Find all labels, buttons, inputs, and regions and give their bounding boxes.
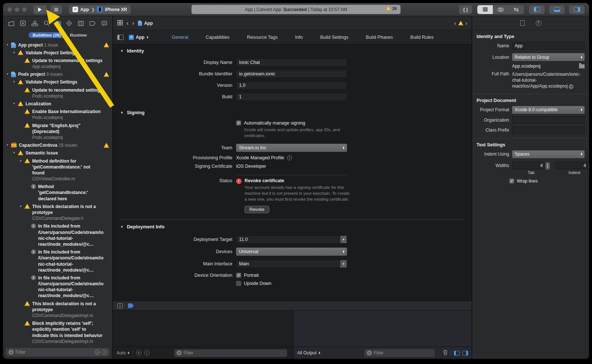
main-interface-combo[interactable]: Main▼	[236, 260, 347, 268]
disclosure-triangle[interactable]: ▼	[6, 71, 11, 76]
show-variables-view-icon[interactable]	[454, 351, 460, 356]
variables-filter-input[interactable]	[184, 350, 285, 356]
tab-build-settings[interactable]: Build Settings	[320, 35, 348, 40]
issue-row[interactable]: !In file included from /Users/parsons/Co…	[3, 274, 112, 300]
symbol-navigator-icon[interactable]	[31, 21, 38, 26]
toggle-navigator-button[interactable]	[529, 5, 545, 14]
issue-row[interactable]: ▼CapacitorCordova 16 issues!	[3, 142, 112, 149]
indent-using-popup[interactable]: Spaces▲▼	[512, 150, 585, 158]
devices-popup[interactable]: Universal▲▼	[236, 248, 347, 256]
disclosure-triangle[interactable]: ▼	[120, 49, 124, 53]
disclosure-triangle[interactable]: ▼	[19, 158, 24, 163]
disclosure-triangle[interactable]: ▼	[13, 150, 18, 154]
file-inspector-icon[interactable]	[520, 20, 525, 26]
version-editor-button[interactable]: ⇆	[508, 5, 524, 14]
clear-console-icon[interactable]	[443, 350, 448, 356]
scheme-selector[interactable]: ✕ App ❯ iPhone XR	[69, 5, 131, 14]
toggle-inspector-button[interactable]	[569, 5, 585, 14]
issue-row[interactable]: !Block implicitly retains 'self'; explic…	[3, 320, 112, 346]
issue-row[interactable]: ▼!Validate Project Settings	[3, 78, 112, 86]
stepper-icon[interactable]: ▲▼	[589, 162, 589, 170]
reveal-arrow-icon[interactable]: ➜	[569, 84, 574, 89]
forward-button[interactable]: ›	[132, 20, 134, 27]
test-navigator-icon[interactable]	[66, 20, 72, 26]
issue-row[interactable]: ▼!Localization	[3, 100, 112, 108]
debug-area-toggle-icon[interactable]: ▼	[117, 303, 123, 308]
standard-editor-button[interactable]	[477, 5, 493, 14]
next-issue-button[interactable]: ›	[465, 20, 467, 26]
issue-row[interactable]: !Update to recommended settingsApp.xcode…	[3, 57, 112, 70]
project-sidebar-toggle-icon[interactable]	[117, 35, 124, 40]
tab-general[interactable]: General	[172, 35, 188, 40]
breadcrumb[interactable]: App	[138, 21, 153, 26]
stop-button[interactable]	[50, 5, 62, 14]
issue-row[interactable]: ▼!Validate Project Settings	[3, 49, 112, 57]
minimize-window-button[interactable]	[15, 7, 19, 12]
deployment-target-combo[interactable]: 11.0▼	[236, 235, 347, 244]
issue-row[interactable]: ▼App project 1 issue!	[3, 41, 112, 49]
tab-capabilities[interactable]: Capabilities	[206, 35, 230, 40]
issue-row[interactable]: ▼Pods project 3 issues!	[3, 71, 112, 78]
navigator-filter-field[interactable]: ▼ ◷ !	[6, 348, 110, 356]
toggle-debug-area-button[interactable]	[549, 5, 565, 14]
revoke-button[interactable]: Revoke	[245, 206, 269, 213]
disclosure-triangle[interactable]: ▼	[6, 142, 11, 147]
section-deployment-info[interactable]: ▼Deployment Info	[120, 224, 464, 229]
disclosure-triangle[interactable]: ▼	[6, 42, 11, 47]
disclosure-triangle[interactable]: ▼	[120, 111, 124, 115]
disclosure-triangle[interactable]: ▼	[13, 79, 18, 84]
issue-row[interactable]: ▼!This block declaration is not a protot…	[3, 203, 112, 222]
auto-signing-checkbox[interactable]: ✓	[236, 120, 241, 126]
tab-info[interactable]: Info	[295, 35, 303, 40]
related-items-icon[interactable]	[117, 20, 123, 27]
tab-build-phases[interactable]: Build Phases	[366, 35, 393, 40]
code-snippet-button[interactable]: { }	[459, 5, 472, 14]
version-field[interactable]: 1.0	[236, 81, 347, 89]
folder-icon[interactable]	[579, 64, 585, 68]
run-button[interactable]	[33, 5, 47, 14]
issue-row[interactable]: !Method 'getCommandInstance:' declared h…	[3, 183, 112, 203]
breakpoints-toggle-icon[interactable]	[128, 303, 134, 308]
previous-issue-button[interactable]: ‹	[454, 20, 456, 26]
show-console-icon[interactable]	[462, 351, 468, 356]
errors-only-icon[interactable]: !	[102, 350, 107, 355]
variables-scope-popup[interactable]: Auto▲▼	[117, 350, 130, 356]
bundle-identifier-field[interactable]: io.getstream.ionic	[236, 70, 347, 78]
disclosure-triangle[interactable]: ▼	[120, 225, 124, 229]
info-icon[interactable]: i	[144, 350, 149, 356]
tab-buildtime[interactable]: Buildtime (26)	[28, 32, 65, 38]
find-navigator-icon[interactable]	[44, 20, 50, 26]
location-popup[interactable]: Relative to Group▲▼	[512, 53, 585, 61]
section-identity[interactable]: ▼Identity	[120, 48, 464, 54]
issue-row[interactable]: !Update to recommended settingsPods.xcod…	[3, 86, 112, 100]
issue-row[interactable]: !In file included from /Users/parsons/Co…	[3, 248, 112, 274]
report-navigator-icon[interactable]	[101, 21, 107, 26]
tab-resource-tags[interactable]: Resource Tags	[247, 35, 278, 40]
issue-navigator-icon-selected[interactable]	[55, 21, 61, 26]
issue-row[interactable]: ▼!Method definition for 'getCommandInsta…	[3, 157, 112, 183]
upside-down-checkbox[interactable]	[236, 281, 241, 286]
issue-row[interactable]: ▼!Semantic Issue	[3, 149, 112, 157]
help-inspector-icon[interactable]: ?	[536, 20, 541, 26]
project-navigator-icon[interactable]	[8, 21, 14, 26]
console-filter-input[interactable]	[374, 350, 433, 356]
section-signing[interactable]: ▼Signing	[120, 110, 464, 115]
organization-field[interactable]	[512, 116, 585, 124]
project-format-popup[interactable]: Xcode 8.0-compatible▲▼	[512, 106, 585, 114]
close-window-button[interactable]	[7, 7, 12, 12]
disclosure-triangle[interactable]: ▼	[13, 101, 18, 105]
variables-filter-field[interactable]: ▼	[174, 349, 287, 357]
source-control-navigator-icon[interactable]	[20, 20, 26, 26]
target-selector[interactable]: ✕ App ▲▼	[129, 35, 149, 40]
back-button[interactable]: ‹	[127, 20, 128, 27]
disclosure-triangle[interactable]: ▼	[19, 204, 24, 208]
navigator-filter-input[interactable]	[16, 350, 93, 355]
assistant-editor-button[interactable]	[493, 5, 508, 14]
wrap-lines-checkbox[interactable]: ✓	[509, 178, 514, 184]
issue-row[interactable]: ▼!Deprecations	[3, 345, 112, 346]
warning-count-badge[interactable]: ! 26	[386, 6, 397, 11]
console-filter-field[interactable]: ▼	[364, 349, 435, 357]
disclosure-triangle[interactable]: ▼	[13, 50, 18, 54]
issue-row[interactable]: !In file included from /Users/parsons/Co…	[3, 222, 112, 248]
issue-row[interactable]: !Migrate “English.lproj” (Deprecated)Pod…	[3, 122, 112, 142]
